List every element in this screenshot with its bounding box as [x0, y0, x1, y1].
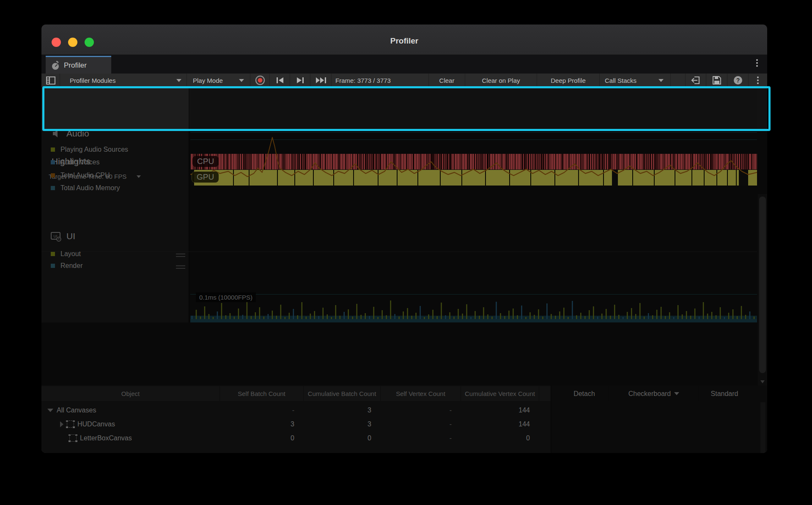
clear-label: Clear: [439, 77, 455, 84]
call-stacks-dropdown[interactable]: Call Stacks: [600, 74, 671, 87]
frame-counter: Frame: 3773 / 3773: [332, 74, 429, 87]
stopwatch-icon: [51, 61, 60, 70]
current-frame-button[interactable]: [310, 74, 332, 87]
previous-frame-icon: [276, 77, 284, 84]
chevron-down-icon: [239, 79, 244, 82]
tutorial-dim-overlay: [41, 131, 767, 453]
window-title: Profiler: [41, 36, 767, 46]
deep-profile-label: Deep Profile: [551, 77, 586, 84]
profiler-modules-label: Profiler Modules: [70, 77, 115, 84]
tab-strip: Profiler: [41, 55, 767, 74]
save-profile-button[interactable]: [706, 74, 727, 87]
record-button[interactable]: [250, 74, 270, 87]
play-mode-label: Play Mode: [193, 77, 223, 84]
modules-grid-button[interactable]: [41, 74, 60, 87]
help-icon: ?: [733, 76, 743, 85]
play-mode-dropdown[interactable]: Play Mode: [187, 74, 250, 87]
previous-frame-button[interactable]: [270, 74, 290, 87]
profiler-window: Profiler Profiler: [41, 25, 767, 453]
tab-menu-kebab-icon[interactable]: [756, 59, 758, 67]
clear-button[interactable]: Clear: [429, 74, 465, 87]
chevron-down-icon: [176, 79, 181, 82]
clear-on-play-toggle[interactable]: Clear on Play: [465, 74, 537, 87]
load-profile-button[interactable]: [685, 74, 706, 87]
next-frame-button[interactable]: [290, 74, 310, 87]
highlights-callout-box: [42, 86, 771, 131]
record-icon: [255, 75, 266, 86]
profiler-toolbar: Profiler Modules Play Mode: [41, 74, 767, 87]
load-import-icon: [691, 76, 700, 85]
call-stacks-label: Call Stacks: [605, 77, 636, 84]
modules-grid-icon: [46, 76, 55, 85]
tab-label: Profiler: [64, 61, 87, 70]
chevron-down-icon: [658, 79, 664, 82]
frame-counter-label: Frame: 3773 / 3773: [335, 77, 391, 84]
deep-profile-toggle[interactable]: Deep Profile: [537, 74, 600, 87]
save-floppy-icon: [713, 76, 721, 85]
title-bar: Profiler: [41, 25, 767, 55]
next-frame-icon: [296, 77, 304, 84]
kebab-icon: [757, 76, 759, 84]
clear-on-play-label: Clear on Play: [482, 77, 520, 84]
toolbar-kebab-menu[interactable]: [749, 74, 767, 87]
profiler-modules-dropdown[interactable]: Profiler Modules: [60, 74, 187, 87]
svg-text:?: ?: [736, 77, 740, 84]
tab-profiler[interactable]: Profiler: [46, 56, 111, 74]
help-button[interactable]: ?: [727, 74, 749, 87]
last-frame-icon: [315, 77, 326, 84]
